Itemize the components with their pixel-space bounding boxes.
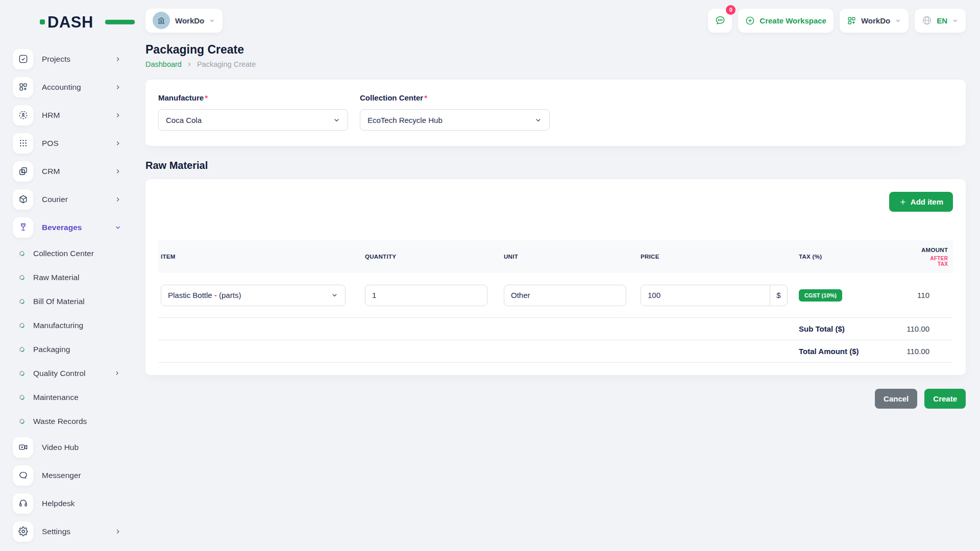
chevron-down-icon	[534, 116, 542, 124]
company-menu-label: WorkDo	[861, 16, 890, 25]
bullet-icon	[18, 298, 26, 305]
messages-button[interactable]: 0	[708, 9, 732, 33]
collection-center-label: Collection Center*	[360, 93, 550, 102]
price-input-group: $	[641, 285, 788, 306]
manufacture-label: Manufacture*	[158, 93, 348, 102]
workspace-selector[interactable]: WorkDo	[145, 9, 223, 33]
sidebar-subitem-raw-material[interactable]: Raw Material	[0, 265, 132, 289]
bullet-icon	[18, 394, 26, 401]
brand-logo[interactable]: DASH	[40, 13, 121, 31]
chevron-right-icon	[114, 140, 121, 147]
create-button[interactable]: Create	[924, 389, 966, 409]
price-input[interactable]	[641, 285, 770, 306]
chevron-right-icon	[114, 84, 121, 91]
bullet-icon	[18, 418, 26, 425]
sidebar-item-crm[interactable]: CRM	[0, 157, 132, 185]
sidebar-subitem-collection-center[interactable]: Collection Center	[0, 241, 132, 265]
chat-bubble-icon	[13, 465, 33, 486]
company-menu[interactable]: WorkDo	[840, 9, 909, 33]
sidebar-item-messenger[interactable]: Messenger	[0, 461, 132, 489]
subtotal-row: Sub Total ($) 110.00	[158, 318, 953, 340]
sidebar-item-helpdesk[interactable]: Helpdesk	[0, 489, 132, 517]
sidebar: DASH Projects Accounting HRM	[0, 0, 132, 551]
sidebar-nav: Projects Accounting HRM POS	[0, 45, 132, 545]
collection-center-select[interactable]: EcoTech Recycle Hub	[360, 109, 550, 131]
breadcrumb-current: Packaging Create	[197, 60, 256, 68]
sidebar-item-hrm[interactable]: HRM	[0, 101, 132, 129]
col-header-amount: AMOUNT AFTER TAX	[906, 247, 971, 267]
sidebar-item-beverages[interactable]: Beverages	[0, 213, 132, 241]
chevron-right-icon	[114, 528, 121, 535]
plus-icon	[899, 198, 907, 206]
tax-badge: CGST (10%)	[799, 289, 842, 302]
sidebar-item-label: Courier	[42, 195, 114, 204]
subtotal-value: 110.00	[906, 324, 953, 333]
manufacture-field-group: Manufacture* Coca Cola	[158, 93, 348, 131]
headset-icon	[13, 493, 33, 514]
subtotal-label: Sub Total ($)	[783, 324, 906, 333]
squares-overlap-icon	[13, 161, 33, 182]
sidebar-item-pos[interactable]: POS	[0, 129, 132, 157]
col-header-amount-subtitle: AFTER TAX	[921, 256, 948, 267]
sidebar-item-settings[interactable]: Settings	[0, 517, 132, 545]
total-row: Total Amount ($) 110.00	[158, 340, 953, 363]
cancel-button[interactable]: Cancel	[875, 389, 917, 409]
chevron-down-icon	[895, 17, 901, 24]
col-header-item: ITEM	[158, 254, 350, 260]
packaging-form-card: Manufacture* Coca Cola Collection Center…	[145, 80, 966, 146]
sidebar-subitem-maintenance[interactable]: Maintenance	[0, 385, 132, 409]
item-select-value: Plastic Bottle - (parts)	[168, 291, 241, 299]
breadcrumb-dashboard-link[interactable]: Dashboard	[145, 60, 182, 68]
top-header: WorkDo 0 Create Workspace WorkDo EN	[145, 0, 966, 37]
sidebar-subitem-label: Waste Records	[33, 417, 120, 426]
col-header-price: PRICE	[625, 254, 783, 260]
sidebar-subitem-quality-control[interactable]: Quality Control	[0, 361, 132, 385]
required-asterisk: *	[205, 93, 208, 102]
sidebar-item-projects[interactable]: Projects	[0, 45, 132, 73]
bullet-icon	[18, 346, 26, 353]
raw-material-card: Add item ITEM QUANTITY UNIT PRICE TAX (%…	[145, 179, 966, 375]
gear-icon	[13, 521, 33, 542]
unit-input[interactable]	[504, 285, 626, 306]
grid-plus-icon	[847, 16, 856, 26]
item-select[interactable]: Plastic Bottle - (parts)	[161, 285, 346, 306]
sidebar-item-courier[interactable]: Courier	[0, 185, 132, 213]
sidebar-subitem-manufacturing[interactable]: Manufacturing	[0, 313, 132, 337]
sidebar-subitem-label: Raw Material	[33, 273, 120, 282]
chevron-right-icon	[114, 370, 120, 377]
breadcrumb: Dashboard Packaging Create	[145, 60, 966, 68]
collection-center-select-value: EcoTech Recycle Hub	[368, 116, 443, 124]
workspace-avatar	[153, 12, 170, 29]
quantity-input[interactable]	[365, 285, 487, 306]
language-label: EN	[937, 16, 947, 25]
sidebar-subitem-bill-of-material[interactable]: Bill Of Material	[0, 289, 132, 313]
chevron-down-icon	[209, 17, 215, 24]
sidebar-item-accounting[interactable]: Accounting	[0, 73, 132, 101]
sidebar-subitem-label: Manufacturing	[33, 321, 120, 330]
create-workspace-button[interactable]: Create Workspace	[738, 9, 834, 33]
manufacture-select[interactable]: Coca Cola	[158, 109, 348, 131]
sidebar-item-label: POS	[42, 139, 114, 148]
logo-text: DASH	[47, 14, 93, 30]
sidebar-subitem-label: Quality Control	[33, 369, 114, 378]
manufacture-select-value: Coca Cola	[166, 116, 202, 124]
sidebar-item-label: Settings	[42, 527, 114, 536]
chevron-right-icon	[114, 56, 121, 63]
sidebar-subitem-label: Packaging	[33, 345, 120, 354]
sidebar-item-video-hub[interactable]: Video Hub	[0, 433, 132, 461]
bullet-icon	[18, 322, 26, 329]
sidebar-subitem-packaging[interactable]: Packaging	[0, 337, 132, 361]
form-actions: Cancel Create	[145, 389, 966, 409]
add-item-button[interactable]: Add item	[889, 192, 953, 212]
bullet-icon	[18, 370, 26, 377]
total-label: Total Amount ($)	[783, 347, 906, 356]
check-square-icon	[13, 49, 33, 69]
plus-circle-icon	[745, 16, 755, 26]
wine-glass-icon	[13, 217, 33, 238]
sidebar-subitem-label: Maintenance	[33, 393, 120, 402]
grid-plus-icon	[13, 77, 33, 97]
language-selector[interactable]: EN	[915, 9, 966, 33]
workspace-name: WorkDo	[175, 16, 204, 25]
sidebar-item-label: Helpdesk	[42, 499, 121, 508]
sidebar-subitem-waste-records[interactable]: Waste Records	[0, 409, 132, 433]
